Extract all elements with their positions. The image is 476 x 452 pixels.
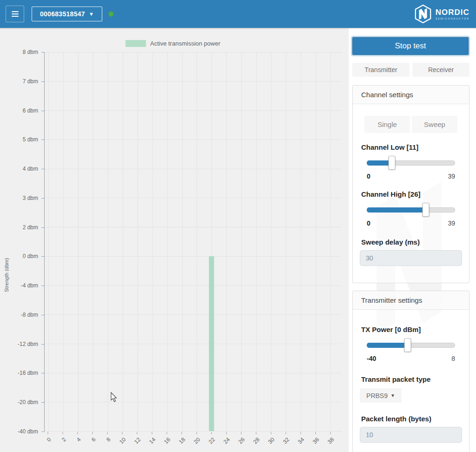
y-tick-label: 8 dbm xyxy=(23,49,38,55)
y-tick-label: 5 dbm xyxy=(23,136,38,143)
channel-settings-title: Channel settings xyxy=(353,86,469,104)
tx-power-slider xyxy=(367,338,455,352)
x-tick-label: 20 xyxy=(192,436,201,445)
x-tick-label: 38 xyxy=(326,436,335,445)
y-tick-label: -40 dbm xyxy=(18,428,38,435)
channel-high-slider xyxy=(367,203,455,217)
x-tick-label: 16 xyxy=(163,436,172,445)
channel-mode-tabs: Single Sweep xyxy=(364,116,457,133)
chevron-down-icon: ▼ xyxy=(89,11,94,17)
transmission-power-bar xyxy=(209,256,214,431)
y-tick-label: 7 dbm xyxy=(23,78,38,85)
device-connected-dot-icon xyxy=(108,11,114,17)
x-tick-label: 34 xyxy=(297,436,305,445)
legend-label: Active transmission power xyxy=(150,40,220,47)
device-selector[interactable]: 000683518547 ▼ xyxy=(32,7,102,21)
single-mode-button[interactable]: Single xyxy=(364,116,410,133)
channel-low-slider xyxy=(367,156,455,170)
x-tick-label: 26 xyxy=(237,436,246,445)
nordic-emblem-icon xyxy=(414,4,432,24)
tx-power-label: TX Power [0 dBm] xyxy=(361,326,461,333)
control-sidebar: Stop test Transmitter Receiver Channel s… xyxy=(349,28,476,452)
x-tick-label: 32 xyxy=(282,436,291,445)
app-header: 000683518547 ▼ NORDIC SEMICONDUCTOR xyxy=(0,0,476,28)
y-tick-label: 0 dbm xyxy=(23,253,38,259)
x-tick-label: 0 xyxy=(46,436,53,443)
y-tick-label: 4 dbm xyxy=(23,166,38,172)
tab-receiver[interactable]: Receiver xyxy=(412,63,469,77)
y-tick-label: -4 dbm xyxy=(21,282,38,289)
y-tick-label: 6 dbm xyxy=(23,107,38,114)
chevron-down-icon: ▼ xyxy=(390,393,395,398)
channel-settings-card: Channel settings Single Sweep Channel Lo… xyxy=(352,85,469,283)
tx-power-slider-fill xyxy=(367,343,408,348)
channel-high-slider-handle[interactable] xyxy=(422,203,429,217)
x-tick-label: 22 xyxy=(207,436,216,445)
channel-low-label: Channel Low [11] xyxy=(361,143,461,151)
x-tick-label: 8 xyxy=(105,436,112,443)
stop-test-button[interactable]: Stop test xyxy=(352,37,469,55)
menu-icon xyxy=(12,11,19,12)
packet-length-label: Packet length (bytes) xyxy=(361,415,461,423)
y-tick-label: 3 dbm xyxy=(23,195,38,201)
y-tick-label: -8 dbm xyxy=(21,312,38,318)
x-tick-label: 36 xyxy=(311,436,320,445)
mouse-cursor xyxy=(111,392,117,402)
channel-low-range: 0 39 xyxy=(367,173,455,180)
sweep-mode-button[interactable]: Sweep xyxy=(412,116,457,133)
channel-low-slider-handle[interactable] xyxy=(388,156,395,170)
x-tick-label: 4 xyxy=(75,436,82,443)
channel-high-range: 0 39 xyxy=(367,219,455,227)
plot-area xyxy=(44,52,342,432)
x-tick-label: 24 xyxy=(222,436,231,445)
transmitter-settings-title: Transmitter settings xyxy=(353,291,469,310)
sweep-delay-input[interactable] xyxy=(360,250,462,266)
brand-subtitle: SEMICONDUCTOR xyxy=(436,18,469,20)
x-tick-label: 2 xyxy=(60,436,67,443)
tx-power-range: -40 8 xyxy=(367,355,455,362)
x-tick-label: 30 xyxy=(267,436,276,445)
x-tick-label: 14 xyxy=(148,436,157,445)
y-axis: 8 dbm7 dbm6 dbm5 dbm4 dbm3 dbm2 dbm0 dbm… xyxy=(0,52,44,432)
legend-item-active-transmission-power[interactable]: Active transmission power xyxy=(126,40,220,47)
x-tick-label: 10 xyxy=(118,436,127,445)
transmitter-settings-card: Transmitter settings TX Power [0 dBm] -4… xyxy=(352,291,469,452)
chart-panel: Active transmission power Strength (dbm)… xyxy=(0,28,349,452)
x-tick-label: 6 xyxy=(90,436,97,443)
y-tick-label: -20 dbm xyxy=(18,399,38,405)
channel-high-slider-fill xyxy=(367,207,426,213)
device-id: 000683518547 xyxy=(40,10,85,18)
hamburger-menu-button[interactable] xyxy=(6,6,24,22)
brand-name: NORDIC xyxy=(436,8,469,16)
nordic-logo: NORDIC SEMICONDUCTOR xyxy=(414,4,469,24)
tx-power-slider-handle[interactable] xyxy=(404,338,411,352)
x-tick-label: 12 xyxy=(133,436,142,445)
y-tick-label: -16 dbm xyxy=(18,370,38,376)
sweep-delay-label: Sweep delay (ms) xyxy=(361,238,461,246)
y-tick-label: -12 dbm xyxy=(18,341,38,347)
legend-swatch xyxy=(126,40,146,47)
packet-type-label: Transmit packet type xyxy=(361,375,461,383)
tab-transmitter[interactable]: Transmitter xyxy=(352,63,410,77)
y-tick-label: 2 dbm xyxy=(23,224,38,231)
x-tick-label: 18 xyxy=(178,436,186,445)
mode-tab-bar: Transmitter Receiver xyxy=(352,63,469,77)
packet-type-dropdown[interactable]: PRBS9 ▼ xyxy=(360,388,402,403)
x-axis: 02468101214161820222426283032343638 xyxy=(44,432,342,452)
packet-length-input[interactable] xyxy=(360,427,462,443)
channel-high-label: Channel High [26] xyxy=(361,190,461,198)
x-tick-label: 28 xyxy=(252,436,261,445)
